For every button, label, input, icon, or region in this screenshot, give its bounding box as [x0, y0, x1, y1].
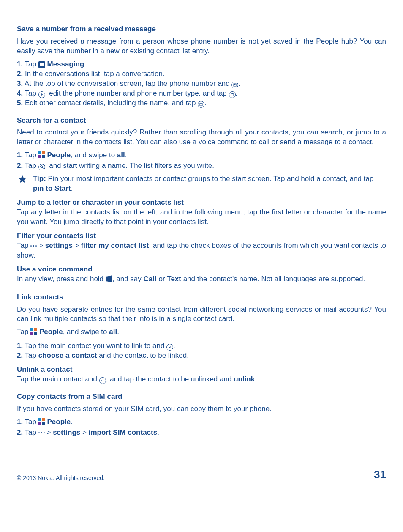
- plus-icon: [38, 91, 45, 98]
- step-num: 1.: [17, 151, 23, 159]
- step-num: 1.: [17, 418, 23, 426]
- step-num: 5.: [17, 99, 23, 107]
- steps-link-contacts: 1. Tap the main contact you want to link…: [17, 341, 386, 361]
- text: Tap: [17, 328, 30, 336]
- svg-rect-15: [34, 332, 37, 335]
- text: , and swipe to: [63, 328, 109, 336]
- para-voice-command: In any view, press and hold , and say Ca…: [17, 274, 386, 285]
- filter-label: filter my contact list: [81, 241, 149, 250]
- heading-voice-command: Use a voice command: [17, 265, 386, 274]
- people-icon: [30, 328, 37, 338]
- steps-save-number: 1. Tap Messaging. 2. In the conversation…: [17, 60, 386, 108]
- messaging-label: Messaging: [47, 60, 84, 68]
- tap-people-line: Tap People, and swipe to all.: [17, 327, 386, 338]
- pin-to-start-label: pin to Start: [33, 184, 71, 192]
- text: , and tap the contact to be unlinked and: [106, 375, 234, 383]
- tip-block: Tip: Pin your most important contacts or…: [17, 174, 386, 194]
- call-label: Call: [144, 275, 157, 283]
- link-icon: [99, 377, 106, 384]
- para-jump-letter: Tap any letter in the contacts list on t…: [17, 208, 386, 227]
- svg-point-10: [40, 166, 42, 168]
- para-search-contact: Need to contact your friends quickly? Ra…: [17, 128, 386, 147]
- step-text: Tap: [23, 418, 38, 426]
- step-num: 1.: [17, 60, 23, 68]
- save-icon: [229, 91, 236, 98]
- unlink-label: unlink: [234, 375, 255, 383]
- text: and the contact's name. Not all language…: [181, 275, 365, 283]
- star-icon: [17, 174, 28, 186]
- footer: © 2013 Nokia. All rights reserved. 31: [17, 467, 386, 482]
- para-filter-contacts: Tap > settings > filter my contact list,…: [17, 241, 386, 261]
- svg-rect-16: [38, 418, 41, 421]
- text: .: [117, 328, 119, 336]
- heading-filter-contacts: Filter your contacts list: [17, 231, 386, 241]
- more-icon: [38, 432, 45, 433]
- para-unlink-contact: Tap the main contact and , and tap the c…: [17, 375, 386, 384]
- text: or: [157, 275, 167, 283]
- step-text: .: [238, 80, 240, 88]
- svg-rect-12: [30, 328, 33, 331]
- tip-body: Pin your most important contacts or cont…: [46, 175, 374, 183]
- people-label: People: [47, 418, 71, 426]
- steps-search-contact: 1. Tap People, and swipe to all. 2. Tap …: [17, 151, 386, 171]
- step-num: 2.: [17, 70, 23, 78]
- heading-search-contact: Search for a contact: [17, 116, 386, 126]
- people-icon: [38, 151, 45, 161]
- search-icon: [38, 164, 45, 170]
- svg-rect-1: [234, 84, 236, 85]
- step-num: 1.: [17, 342, 23, 350]
- steps-copy-sim: 1. Tap People. 2. Tap > settings > impor…: [17, 417, 386, 438]
- step-text: .: [125, 151, 127, 159]
- svg-rect-5: [201, 103, 202, 104]
- save-icon: [231, 82, 238, 88]
- step-text: .: [173, 342, 175, 350]
- step-text: Tap: [23, 162, 38, 170]
- step-text: , edit the phone number and phone number…: [45, 89, 229, 97]
- step-text: In the conversations list, tap a convers…: [23, 70, 164, 78]
- step-text: , and swipe to: [71, 151, 117, 159]
- svg-rect-17: [42, 418, 45, 421]
- people-label: People: [47, 151, 71, 159]
- step-text: Tap the main contact you want to link to…: [23, 342, 166, 350]
- step-text: , and start writing a name. The list fil…: [45, 162, 214, 170]
- all-label: all: [117, 151, 125, 159]
- step-text: >: [45, 428, 53, 436]
- svg-rect-14: [30, 332, 33, 335]
- step-num: 4.: [17, 89, 23, 97]
- heading-unlink-contact: Unlink a contact: [17, 365, 386, 375]
- copyright-text: © 2013 Nokia. All rights reserved.: [17, 474, 105, 482]
- choose-contact-label: choose a contact: [38, 351, 97, 359]
- para-copy-sim: If you have contacts stored on your SIM …: [17, 404, 386, 414]
- import-sim-label: import SIM contacts: [89, 428, 157, 436]
- all-label: all: [109, 328, 117, 336]
- svg-rect-8: [38, 155, 41, 158]
- step-num: 2.: [17, 162, 23, 170]
- heading-save-number: Save a number from a received message: [17, 25, 386, 34]
- svg-rect-13: [34, 328, 37, 331]
- text: Tap: [17, 241, 30, 250]
- step-num: 2.: [17, 428, 23, 436]
- people-icon: [38, 418, 45, 428]
- tip-text: Tip: Pin your most important contacts or…: [33, 174, 386, 194]
- tip-body: .: [71, 184, 73, 192]
- text: >: [73, 241, 81, 250]
- text: >: [37, 241, 45, 250]
- svg-rect-3: [231, 93, 233, 94]
- text: Tap the main contact and: [17, 375, 99, 383]
- page-number: 31: [374, 467, 386, 482]
- step-text: .: [157, 428, 159, 436]
- svg-line-11: [42, 167, 44, 169]
- step-text: and the contact to be linked.: [97, 351, 189, 359]
- text: , and say: [112, 275, 144, 283]
- people-label: People: [39, 328, 63, 336]
- svg-rect-6: [38, 151, 41, 154]
- text-label: Text: [167, 275, 181, 283]
- windows-icon: [106, 275, 112, 285]
- step-text: Tap: [23, 351, 38, 359]
- step-text: At the top of the conversation screen, t…: [23, 80, 231, 88]
- step-text: Tap: [23, 60, 38, 68]
- save-icon: [198, 101, 204, 108]
- step-text: Edit other contact details, including th…: [23, 99, 198, 107]
- svg-rect-7: [42, 151, 45, 154]
- step-text: .: [71, 418, 73, 426]
